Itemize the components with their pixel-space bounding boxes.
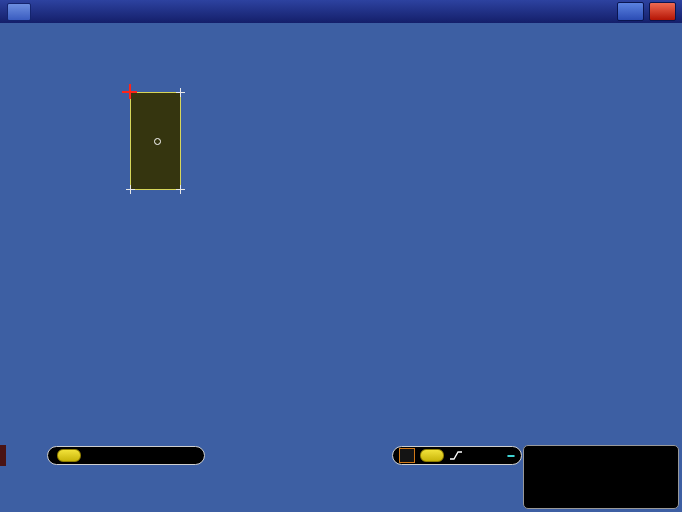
selection-handle-icon[interactable] xyxy=(176,185,185,194)
tekscope-window xyxy=(0,0,682,512)
selection-handle-icon[interactable] xyxy=(176,88,185,97)
selection-handle-icon[interactable] xyxy=(126,185,135,194)
waveform-display[interactable] xyxy=(0,0,682,512)
marker-circle-icon xyxy=(154,138,161,145)
cursor-crosshair-icon[interactable] xyxy=(122,84,137,99)
cursor-annotation-box[interactable] xyxy=(130,92,181,190)
